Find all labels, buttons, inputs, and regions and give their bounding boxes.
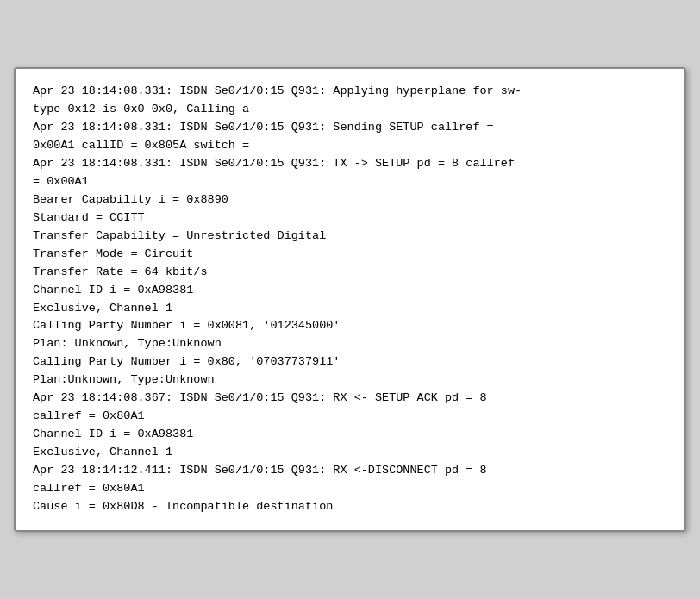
terminal-container: Apr 23 18:14:08.331: ISDN Se0/1/0:15 Q93… xyxy=(14,67,686,531)
terminal-output: Apr 23 18:14:08.331: ISDN Se0/1/0:15 Q93… xyxy=(33,83,667,515)
